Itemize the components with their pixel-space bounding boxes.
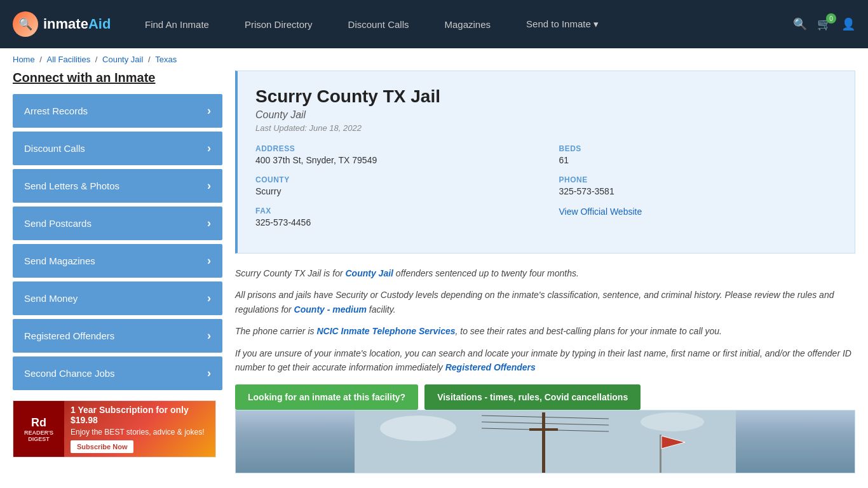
sidebar-btn-label: Send Magazines xyxy=(24,255,95,266)
description-2: All prisons and jails have Security or C… xyxy=(235,288,855,316)
nav-magazines[interactable]: Magazines xyxy=(426,0,508,48)
sidebar-btn-label: Second Chance Jobs xyxy=(24,368,115,379)
fax-value: 325-573-4456 xyxy=(255,217,534,227)
sidebar-btn-send-magazines[interactable]: Send Magazines › xyxy=(13,244,222,278)
address-block: ADDRESS 400 37th St, Snyder, TX 79549 xyxy=(255,144,534,165)
county-medium-link[interactable]: County - medium xyxy=(294,304,367,315)
beds-block: BEDS 61 xyxy=(559,144,837,165)
sidebar-btn-send-postcards[interactable]: Send Postcards › xyxy=(13,207,222,240)
arrow-icon: › xyxy=(207,329,211,342)
sidebar-btn-send-money[interactable]: Send Money › xyxy=(13,281,222,315)
ncic-link[interactable]: NCIC Inmate Telephone Services xyxy=(316,326,455,336)
svg-point-10 xyxy=(641,412,704,431)
logo-icon: 🔍 xyxy=(13,11,38,37)
facility-image xyxy=(235,410,855,473)
phone-label: PHONE xyxy=(559,175,837,184)
arrow-icon: › xyxy=(207,179,211,193)
arrow-icon: › xyxy=(207,104,211,118)
account-button[interactable]: 👤 xyxy=(841,17,855,31)
website-block: View Official Website xyxy=(559,207,837,227)
website-link[interactable]: View Official Website xyxy=(559,207,642,217)
site-header: 🔍 inmateAid Find An Inmate Prison Direct… xyxy=(0,0,868,48)
county-jail-link[interactable]: County Jail xyxy=(346,268,393,278)
arrow-icon: › xyxy=(207,367,211,380)
beds-label: BEDS xyxy=(559,144,837,153)
beds-value: 61 xyxy=(559,155,837,165)
visitations-btn[interactable]: Visitations - times, rules, Covid cancel… xyxy=(424,384,641,410)
find-inmate-btn[interactable]: Looking for an inmate at this facility? xyxy=(235,384,418,410)
ad-tagline: Enjoy the BEST stories, advice & jokes! xyxy=(71,428,209,437)
description-3: The phone carrier is NCIC Inmate Telepho… xyxy=(235,324,855,338)
nav-send-to-inmate[interactable]: Send to Inmate ▾ xyxy=(508,0,616,48)
sidebar-btn-label: Send Postcards xyxy=(24,218,92,229)
sidebar-btn-label: Registered Offenders xyxy=(24,330,114,341)
sidebar-btn-label: Send Letters & Photos xyxy=(24,180,119,191)
sidebar-btn-send-letters[interactable]: Send Letters & Photos › xyxy=(13,169,222,203)
address-label: ADDRESS xyxy=(255,144,534,153)
facility-type: County Jail xyxy=(255,109,837,121)
arrow-icon: › xyxy=(207,217,211,230)
ad-brand-short: Rd xyxy=(31,416,46,430)
logo-text: inmateAid xyxy=(43,16,111,32)
action-buttons: Looking for an inmate at this facility? … xyxy=(235,384,855,410)
county-block: COUNTY Scurry xyxy=(255,175,534,196)
svg-rect-4 xyxy=(542,412,545,473)
ad-image: Rd READER'S DIGEST xyxy=(13,400,64,458)
breadcrumb-sep3: / xyxy=(148,55,153,64)
breadcrumb-home[interactable]: Home xyxy=(13,55,35,64)
arrow-icon: › xyxy=(207,142,211,155)
breadcrumb: Home / All Facilities / County Jail / Te… xyxy=(0,48,868,71)
sidebar: Connect with an Inmate Arrest Records › … xyxy=(13,71,222,473)
breadcrumb-texas[interactable]: Texas xyxy=(155,55,177,64)
breadcrumb-all-facilities[interactable]: All Facilities xyxy=(47,55,91,64)
arrow-icon: › xyxy=(207,292,211,305)
nav-prison-directory[interactable]: Prison Directory xyxy=(227,0,330,48)
sidebar-btn-label: Discount Calls xyxy=(24,143,85,154)
sidebar-btn-label: Send Money xyxy=(24,293,78,304)
cart-badge: 0 xyxy=(826,13,836,24)
main-nav: Find An Inmate Prison Directory Discount… xyxy=(127,0,793,48)
advertisement: Rd READER'S DIGEST 1 Year Subscription f… xyxy=(13,400,216,458)
arrow-icon: › xyxy=(207,254,211,268)
address-value: 400 37th St, Snyder, TX 79549 xyxy=(255,155,534,165)
svg-rect-5 xyxy=(529,428,558,431)
facility-image-svg xyxy=(355,410,736,473)
ad-subscription-text: 1 Year Subscription for only $19.98 xyxy=(71,405,209,425)
description-1: Scurry County TX Jail is for County Jail… xyxy=(235,266,855,280)
cart-button[interactable]: 🛒 0 xyxy=(817,17,831,31)
ad-brand-full: READER'S DIGEST xyxy=(16,430,62,442)
facility-card: Scurry County TX Jail County Jail Last U… xyxy=(235,71,855,254)
header-icons: 🔍 🛒 0 👤 xyxy=(793,17,855,31)
ad-text: 1 Year Subscription for only $19.98 Enjo… xyxy=(64,400,215,458)
facility-last-updated: Last Updated: June 18, 2022 xyxy=(255,123,837,133)
nav-discount-calls[interactable]: Discount Calls xyxy=(330,0,427,48)
facility-content: Scurry County TX Jail County Jail Last U… xyxy=(235,71,855,473)
logo-area[interactable]: 🔍 inmateAid xyxy=(13,11,127,37)
county-value: Scurry xyxy=(255,186,534,196)
registered-offenders-link[interactable]: Registered Offenders xyxy=(445,362,536,372)
svg-point-9 xyxy=(380,416,456,441)
breadcrumb-county-jail[interactable]: County Jail xyxy=(102,55,143,64)
fax-label: FAX xyxy=(255,207,534,215)
breadcrumb-sep2: / xyxy=(95,55,100,64)
county-label: COUNTY xyxy=(255,175,534,184)
ad-subscribe-button[interactable]: Subscribe Now xyxy=(71,440,133,453)
phone-value: 325-573-3581 xyxy=(559,186,837,196)
facility-info-grid: ADDRESS 400 37th St, Snyder, TX 79549 BE… xyxy=(255,144,837,227)
main-content: Connect with an Inmate Arrest Records › … xyxy=(0,71,868,486)
sidebar-btn-discount-calls[interactable]: Discount Calls › xyxy=(13,132,222,165)
description-4: If you are unsure of your inmate's locat… xyxy=(235,346,855,375)
sidebar-title: Connect with an Inmate xyxy=(13,71,222,85)
nav-find-inmate[interactable]: Find An Inmate xyxy=(127,0,227,48)
sidebar-btn-label: Arrest Records xyxy=(24,105,88,116)
sidebar-btn-registered-offenders[interactable]: Registered Offenders › xyxy=(13,319,222,353)
sidebar-btn-second-chance-jobs[interactable]: Second Chance Jobs › xyxy=(13,356,222,390)
breadcrumb-sep1: / xyxy=(39,55,44,64)
fax-block: FAX 325-573-4456 xyxy=(255,207,534,227)
search-button[interactable]: 🔍 xyxy=(793,17,807,31)
sidebar-btn-arrest-records[interactable]: Arrest Records › xyxy=(13,94,222,128)
phone-block: PHONE 325-573-3581 xyxy=(559,175,837,196)
facility-name: Scurry County TX Jail xyxy=(255,86,837,107)
